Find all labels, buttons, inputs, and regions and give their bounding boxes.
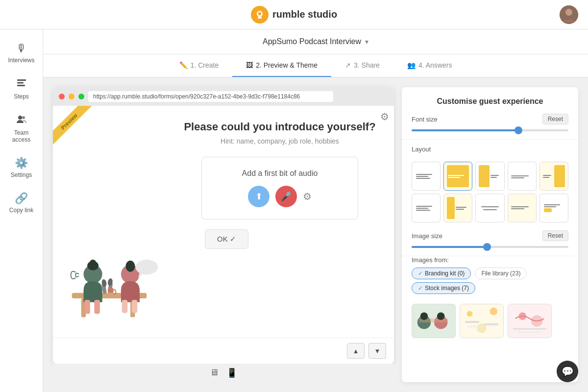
layout-option-10[interactable]	[539, 194, 568, 222]
audio-settings-button[interactable]: ⚙	[303, 191, 312, 202]
audio-box-title: Add a first bit of audio	[221, 169, 338, 178]
podcast-dropdown-arrow[interactable]: ▾	[365, 38, 368, 46]
stock-check-icon: ✓	[418, 285, 423, 292]
image-size-slider-fill	[412, 246, 487, 248]
logo[interactable]: rumble studio	[251, 6, 337, 24]
tabs-bar: ✏️ 1. Create 🖼 2. Preview & Theme ↗ 3. S…	[43, 54, 588, 77]
image-size-reset-button[interactable]: Reset	[542, 230, 568, 241]
font-size-section: Font size Reset	[402, 114, 578, 140]
sidebar-item-steps[interactable]: Steps	[2, 73, 41, 105]
stock-label: Stock images (7)	[425, 285, 469, 292]
nav-up-button[interactable]: ▲	[347, 343, 365, 359]
sidebar-item-interviews[interactable]: 🎙 Interviews	[2, 37, 41, 69]
layout-option-4[interactable]	[508, 162, 537, 191]
sidebar-item-copy-link[interactable]: 🔗 Copy link	[2, 187, 41, 219]
svg-rect-43	[518, 332, 542, 333]
svg-point-30	[420, 313, 428, 320]
settings-icon: ⚙️	[15, 157, 28, 170]
sidebar-label-interviews: Interviews	[8, 57, 34, 64]
svg-rect-37	[484, 323, 498, 325]
user-avatar[interactable]	[560, 5, 578, 24]
desktop-icon[interactable]: 🖥	[210, 368, 219, 378]
thumbnail-1[interactable]	[412, 304, 456, 338]
preview-panel: https://app.rumble.studio/forms/open/920…	[53, 87, 394, 382]
font-size-slider-track	[412, 129, 568, 131]
browser-topbar: https://app.rumble.studio/forms/open/920…	[53, 87, 394, 106]
browser-dot-expand[interactable]	[78, 94, 84, 99]
svg-rect-25	[108, 288, 113, 293]
logo-icon	[251, 6, 269, 24]
team-access-icon	[16, 114, 27, 127]
form-area: Please could you introduce yourself? Hin…	[166, 106, 394, 338]
tab-share-label: 3. Share	[354, 61, 380, 69]
question-title: Please could you introduce yourself?	[184, 121, 375, 133]
layout-option-8[interactable]	[475, 194, 504, 222]
svg-rect-18	[132, 300, 137, 313]
browser-url-bar[interactable]: https://app.rumble.studio/forms/open/920…	[88, 91, 333, 102]
layout-option-3[interactable]	[475, 162, 504, 191]
tab-create[interactable]: ✏️ 1. Create	[166, 54, 233, 77]
image-size-slider-thumb[interactable]	[483, 243, 491, 251]
chat-button[interactable]: 💬	[557, 361, 578, 382]
svg-rect-38	[467, 326, 477, 327]
svg-point-7	[22, 116, 25, 119]
upload-audio-button[interactable]: ⬆	[248, 186, 270, 207]
preview-ribbon: Preview	[53, 106, 102, 155]
svg-rect-17	[122, 300, 127, 313]
font-size-reset-button[interactable]: Reset	[542, 114, 568, 124]
svg-point-2	[565, 9, 572, 16]
tab-create-label: 1. Create	[191, 61, 219, 69]
tab-share[interactable]: ↗ 3. Share	[331, 54, 393, 77]
browser-dot-close[interactable]	[59, 94, 65, 99]
browser-mockup: https://app.rumble.studio/forms/open/920…	[53, 87, 394, 364]
tab-answers-icon: 👥	[407, 61, 416, 69]
svg-point-24	[135, 260, 158, 275]
thumbnail-2[interactable]	[460, 304, 504, 338]
layout-section-header: Layout	[402, 140, 578, 162]
podcast-header: AppSumo Podcast Interview ▾	[43, 29, 588, 54]
interviews-icon: 🎙	[16, 42, 27, 55]
layout-option-7[interactable]	[443, 194, 472, 222]
sidebar-item-settings[interactable]: ⚙️ Settings	[2, 152, 41, 183]
nav-down-button[interactable]: ▼	[368, 343, 386, 359]
source-chip-file-library[interactable]: File library (23)	[475, 268, 527, 279]
source-chips-row2: ✓ Stock images (7)	[412, 282, 568, 294]
layout-option-5[interactable]	[539, 162, 568, 191]
source-chip-branding[interactable]: ✓ Branding kit (0)	[412, 268, 471, 279]
layout-option-6[interactable]	[412, 194, 441, 222]
svg-point-6	[18, 116, 22, 120]
svg-rect-4	[17, 82, 24, 84]
app-name: rumble studio	[272, 9, 337, 20]
mobile-icon[interactable]: 📱	[226, 368, 237, 378]
steps-icon	[16, 77, 27, 91]
file-library-label: File library (23)	[481, 270, 520, 277]
svg-point-31	[437, 313, 445, 320]
font-size-slider-thumb[interactable]	[514, 126, 522, 134]
tab-answers[interactable]: 👥 4. Answers	[393, 54, 466, 77]
font-size-slider-fill	[412, 129, 518, 131]
layout-option-9[interactable]	[508, 194, 537, 222]
layout-option-1[interactable]	[412, 162, 441, 191]
thumbnail-3[interactable]	[508, 304, 552, 338]
record-audio-button[interactable]: 🎤	[275, 186, 297, 207]
podcast-title: AppSumo Podcast Interview	[263, 37, 361, 46]
top-nav: rumble studio	[0, 0, 588, 29]
source-chip-stock[interactable]: ✓ Stock images (7)	[412, 282, 475, 294]
podcast-illustration	[58, 225, 161, 333]
preview-content: Preview ⚙	[53, 106, 394, 338]
layout-grid	[402, 162, 578, 230]
gear-icon[interactable]: ⚙	[380, 111, 389, 122]
tab-preview-icon: 🖼	[246, 61, 253, 69]
svg-point-15	[90, 260, 96, 266]
layout-option-2[interactable]	[443, 162, 472, 191]
main-layout: 🎙 Interviews Steps T	[0, 29, 588, 392]
tab-preview-label: 2. Preview & Theme	[256, 61, 318, 69]
svg-rect-42	[513, 328, 546, 330]
ok-button[interactable]: OK ✓	[205, 229, 248, 249]
branding-label: Branding kit (0)	[425, 270, 465, 277]
sidebar-item-team-access[interactable]: Team access	[2, 109, 41, 148]
svg-rect-36	[465, 321, 479, 323]
svg-rect-3	[17, 79, 26, 81]
browser-dot-minimize[interactable]	[69, 94, 74, 99]
tab-preview[interactable]: 🖼 2. Preview & Theme	[232, 54, 331, 77]
